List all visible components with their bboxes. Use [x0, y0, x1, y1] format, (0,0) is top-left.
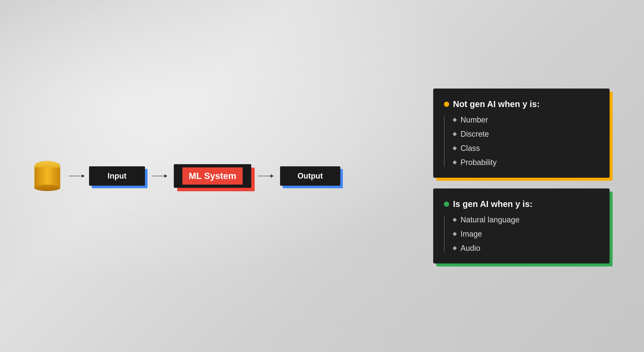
list-item: Number [453, 115, 497, 124]
list-item: Class [453, 144, 497, 153]
arrow-head-2 [164, 174, 167, 178]
item-number: Number [460, 115, 488, 124]
list-item: Natural language [453, 215, 520, 224]
diamond-icon [452, 132, 457, 136]
not-gen-ai-panel: Not gen AI when y is: Number Discrete [433, 88, 610, 178]
item-probability: Probability [460, 158, 497, 167]
diagram-area: Input ML System Output [34, 161, 344, 191]
input-box-wrapper: Input [89, 166, 145, 186]
ml-label: ML System [189, 171, 236, 181]
diamond-icon [452, 146, 457, 150]
panel-list-1: Number Discrete Class Probability [444, 115, 597, 167]
ml-box: ML System [174, 164, 251, 188]
item-natural-language: Natural language [460, 215, 520, 224]
item-audio: Audio [460, 244, 480, 253]
is-gen-ai-panel: Is gen AI when y is: Natural language Im… [433, 188, 610, 264]
output-box: Output [280, 166, 340, 186]
diamond-icon [452, 232, 457, 236]
arrow-head-3 [270, 174, 274, 178]
output-label: Output [298, 171, 323, 181]
arrow-head-1 [82, 174, 85, 178]
dot-yellow-icon [444, 102, 449, 107]
not-gen-ai-title: Not gen AI when y is: [453, 99, 540, 109]
arrow-2 [152, 174, 167, 178]
list-item: Discrete [453, 130, 497, 139]
panel-list-2: Natural language Image Audio [444, 215, 597, 253]
output-box-wrapper: Output [280, 166, 340, 186]
arrow-line-3 [258, 176, 270, 176]
input-label: Input [108, 171, 126, 181]
item-image: Image [460, 230, 482, 239]
ml-box-wrapper: ML System [174, 164, 251, 188]
panel-line-1 [444, 115, 444, 167]
list-item: Probability [453, 158, 497, 167]
panel-content-1: Not gen AI when y is: Number Discrete [433, 88, 610, 178]
panel-items-2: Natural language Image Audio [453, 215, 520, 253]
input-box: Input [89, 166, 145, 186]
diamond-icon [452, 218, 457, 222]
diamond-icon [452, 246, 457, 250]
panel-title-2: Is gen AI when y is: [444, 199, 597, 209]
list-item: Image [453, 230, 520, 239]
diamond-icon [452, 118, 457, 122]
main-content: Input ML System Output [0, 0, 644, 352]
database-icon [34, 161, 60, 191]
panel-line-2 [444, 215, 444, 253]
arrow-line-1 [69, 176, 82, 176]
list-item: Audio [453, 244, 520, 253]
dot-green-icon [444, 202, 449, 207]
item-class: Class [460, 144, 480, 153]
diamond-icon [452, 160, 457, 165]
cylinder-bottom [34, 185, 60, 191]
item-discrete: Discrete [460, 130, 489, 139]
panel-content-2: Is gen AI when y is: Natural language Im… [433, 188, 610, 264]
ml-inner: ML System [182, 167, 243, 185]
arrow-line-2 [152, 176, 164, 176]
panels-area: Not gen AI when y is: Number Discrete [433, 88, 610, 264]
panel-title-1: Not gen AI when y is: [444, 99, 597, 109]
arrow-1 [69, 174, 85, 178]
arrow-3 [258, 174, 274, 178]
panel-items-1: Number Discrete Class Probability [453, 115, 497, 167]
is-gen-ai-title: Is gen AI when y is: [453, 199, 532, 209]
